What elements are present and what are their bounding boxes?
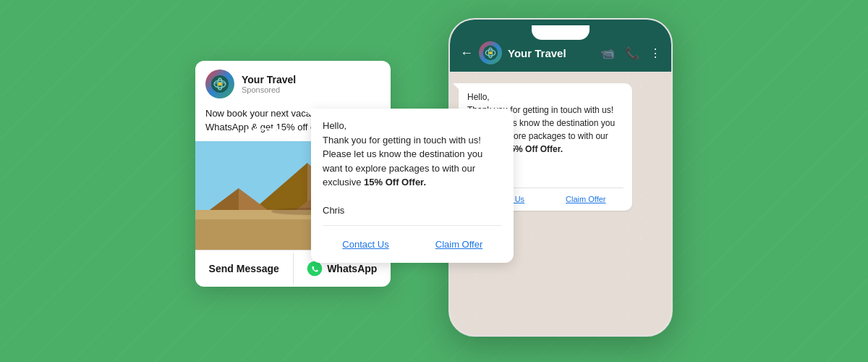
whatsapp-icon: [307, 261, 323, 277]
brand-logo: [205, 70, 234, 98]
brand-info: Your Travel Sponsored: [242, 74, 380, 94]
chat-greeting: Hello,: [323, 120, 346, 131]
back-arrow-icon[interactable]: ←: [460, 46, 473, 61]
claim-offer-button[interactable]: Claim Offer: [416, 233, 502, 256]
phone-call-icon[interactable]: 📞: [625, 46, 639, 60]
svg-point-21: [489, 51, 492, 54]
contact-us-button[interactable]: Contact Us: [323, 233, 409, 256]
more-options-icon[interactable]: ⋮: [650, 46, 661, 60]
phone-msg-highlight: 15% Off Offer.: [506, 144, 563, 154]
video-call-icon[interactable]: 📹: [600, 46, 615, 60]
phone-claim-offer-button[interactable]: Claim Offer: [548, 193, 624, 205]
chat-action-buttons: Contact Us Claim Offer: [323, 225, 502, 256]
chat-highlight: 15% Off Offer.: [364, 177, 426, 188]
chat-sender: Chris: [323, 205, 344, 216]
chat-message-text: Hello, Thank you for getting in touch wi…: [323, 119, 502, 218]
phone-contact-avatar: [479, 41, 502, 64]
sponsored-label: Sponsored: [242, 85, 380, 94]
chat-bubble: Hello, Thank you for getting in touch wi…: [311, 109, 514, 263]
svg-point-3: [218, 82, 222, 85]
svg-point-16: [307, 261, 323, 277]
chat-bubble-outer: Hello, Thank you for getting in touch wi…: [311, 109, 514, 263]
phone-msg-greeting: Hello,: [467, 92, 490, 102]
phone-action-icons: 📹 📞 ⋮: [600, 46, 661, 60]
main-scene: Your Travel Sponsored Now book your next…: [0, 0, 868, 362]
send-message-button[interactable]: Send Message: [195, 253, 294, 285]
whatsapp-label: WhatsApp: [327, 263, 377, 274]
ad-card-header: Your Travel Sponsored: [195, 61, 391, 104]
chat-line1: Thank you for getting in touch with us!: [323, 135, 481, 146]
phone-notch: [532, 25, 590, 40]
brand-name: Your Travel: [242, 74, 380, 85]
phone-contact-name: Your Travel: [508, 47, 595, 59]
